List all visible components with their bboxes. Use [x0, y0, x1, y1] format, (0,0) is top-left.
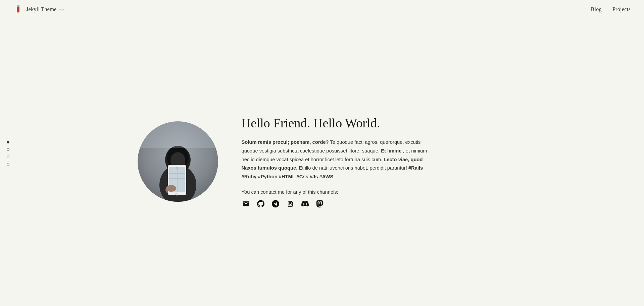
top-nav: Jekyll Theme ~/ Blog Projects	[0, 0, 644, 19]
discord-icon[interactable]	[301, 199, 309, 208]
hero-section: Hello Friend. Hello World. Solum remis p…	[138, 115, 507, 208]
svg-point-20	[166, 185, 176, 192]
svg-rect-2	[17, 5, 19, 7]
nav-suffix: ~/	[59, 7, 65, 12]
dot-navigation	[7, 141, 9, 166]
hero-heading: Hello Friend. Hello World.	[242, 115, 430, 131]
nav-links: Blog Projects	[591, 6, 631, 12]
dot-4[interactable]	[7, 163, 9, 166]
pencil-icon	[13, 5, 23, 14]
dot-2[interactable]	[7, 148, 9, 151]
nav-logo[interactable]: Jekyll Theme ~/	[13, 5, 65, 14]
nav-blog-link[interactable]: Blog	[591, 6, 601, 12]
stackshare-icon[interactable]	[286, 199, 295, 208]
nav-projects-link[interactable]: Projects	[612, 6, 631, 12]
svg-point-19	[176, 167, 178, 169]
profile-svg	[138, 121, 218, 202]
svg-point-18	[176, 193, 178, 195]
profile-image	[138, 121, 218, 202]
mastodon-icon[interactable]	[315, 199, 324, 208]
email-icon[interactable]	[242, 199, 250, 208]
main-content: Hello Friend. Hello World. Solum remis p…	[0, 19, 644, 305]
nav-title: Jekyll Theme	[26, 6, 57, 12]
hero-body-text-3: Et illo de nati iuvenci oris habet, perd…	[299, 165, 408, 171]
dot-1[interactable]	[7, 141, 9, 143]
svg-marker-1	[17, 12, 19, 14]
hero-body-bold-1: Solum remis procul; poenam, corde?	[242, 139, 329, 145]
svg-rect-21	[138, 121, 218, 148]
social-icons	[242, 199, 430, 208]
contact-label: You can contact me for any of this chann…	[242, 189, 430, 195]
telegram-icon[interactable]	[271, 199, 280, 208]
hero-text: Hello Friend. Hello World. Solum remis p…	[242, 115, 430, 208]
github-icon[interactable]	[256, 199, 265, 208]
hero-body: Solum remis procul; poenam, corde? Te qu…	[242, 138, 430, 181]
hero-body-bold-2: Et limine	[381, 148, 401, 154]
dot-3[interactable]	[7, 156, 9, 158]
